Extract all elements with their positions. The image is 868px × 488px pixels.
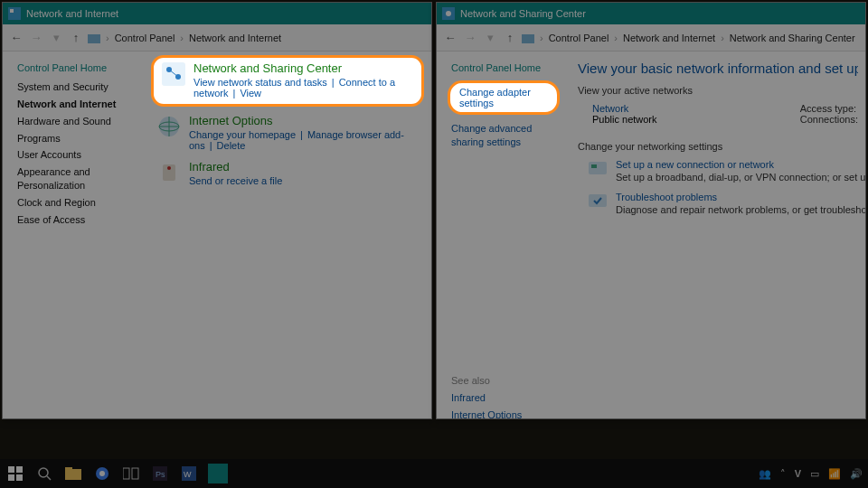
sidebar-head[interactable]: Control Panel Home [17, 62, 138, 73]
crumb-network-internet[interactable]: Network and Internet [623, 33, 715, 43]
window-title: Network and Sharing Center [460, 8, 586, 19]
taskbar: Ps W 👥 ˄ V ▭ 📶 🔊 [0, 459, 868, 488]
svg-rect-18 [8, 474, 14, 481]
recent-dropdown[interactable]: ▾ [482, 30, 498, 46]
page-heading: View your basic network information and … [578, 61, 858, 76]
explorer-icon[interactable] [63, 464, 83, 483]
svg-rect-14 [591, 164, 597, 168]
connections-label: Connections: [800, 114, 858, 125]
sidebar-item-advanced-sharing[interactable]: Change advanced sharing settings [451, 122, 560, 149]
toolbar-left: ← → ▾ ↑ › Control Panel › Network and In… [3, 24, 431, 52]
word-icon[interactable]: W [179, 464, 199, 483]
svg-rect-17 [16, 466, 23, 473]
up-button[interactable]: ↑ [502, 30, 518, 46]
sidebar-item-ease-access[interactable]: Ease of Access [17, 213, 138, 227]
link-troubleshoot[interactable]: Troubleshoot problems [616, 192, 865, 202]
sidebar-left: Control Panel Home System and Security N… [3, 52, 151, 418]
see-also-head: See also [451, 375, 560, 386]
svg-rect-22 [65, 467, 72, 470]
titlebar-right[interactable]: Network and Sharing Center [437, 3, 865, 24]
group-title[interactable]: Internet Options [189, 114, 424, 127]
crumb-control-panel[interactable]: Control Panel [115, 33, 175, 43]
photoshop-icon[interactable]: Ps [150, 464, 170, 483]
sidebar-item-system-security[interactable]: System and Security [17, 80, 138, 94]
svg-rect-12 [522, 34, 534, 43]
change-settings-head: Change your networking settings [578, 141, 858, 152]
desc-setup-connection: Set up a broadband, dial-up, or VPN conn… [616, 172, 865, 183]
svg-rect-19 [16, 474, 23, 481]
crumb-control-panel[interactable]: Control Panel [549, 33, 609, 43]
group-internet-options: Internet Options Change your homepage|Ma… [156, 114, 424, 151]
infrared-icon [156, 160, 182, 185]
svg-rect-25 [123, 468, 129, 479]
svg-rect-1 [10, 9, 14, 13]
crumb-sharing-center[interactable]: Network and Sharing Center [730, 33, 855, 43]
change-troubleshoot: Troubleshoot problems Diagnose and repai… [589, 192, 858, 215]
crumb-sep: › [178, 33, 185, 43]
svg-rect-31 [211, 466, 225, 481]
wifi-icon[interactable]: 📶 [828, 468, 841, 480]
sidebar-head[interactable]: Control Panel Home [451, 62, 560, 73]
chrome-icon[interactable] [92, 464, 112, 483]
tray-chevron-icon[interactable]: ˄ [780, 468, 786, 480]
network-type: Public network [592, 114, 657, 125]
highlight-change-adapter[interactable]: Change adapter settings [448, 80, 560, 115]
group-infrared: Infrared Send or receive a file [156, 160, 424, 186]
battery-icon[interactable]: ▭ [810, 468, 819, 480]
group-title[interactable]: Infrared [189, 160, 282, 174]
svg-text:W: W [184, 470, 192, 479]
taskview-icon[interactable] [121, 464, 141, 483]
titlebar-left[interactable]: Network and Internet [3, 3, 431, 24]
sidebar-item-programs[interactable]: Programs [17, 132, 138, 145]
control-panel-task-icon[interactable] [208, 464, 228, 483]
network-name[interactable]: Network [592, 103, 657, 114]
up-button[interactable]: ↑ [68, 30, 84, 46]
window-network-sharing-center: Network and Sharing Center ← → ▾ ↑ › Con… [436, 2, 866, 419]
svg-point-9 [167, 166, 171, 170]
link-delete[interactable]: Delete [217, 140, 246, 151]
back-button[interactable]: ← [442, 30, 458, 46]
troubleshoot-icon [589, 192, 607, 210]
volume-icon[interactable]: 🔊 [850, 468, 863, 480]
svg-point-20 [39, 468, 48, 477]
start-button[interactable] [5, 464, 25, 483]
tray-v-icon[interactable]: V [795, 468, 801, 479]
forward-button[interactable]: → [462, 30, 478, 46]
sidebar-item-clock-region[interactable]: Clock and Region [17, 196, 138, 210]
sidebar-right: Control Panel Home Change adapter settin… [437, 52, 572, 418]
group-title[interactable]: Network and Sharing Center [193, 61, 412, 75]
link-view[interactable]: View [240, 88, 261, 99]
sidebar-item-network-internet[interactable]: Network and Internet [17, 98, 138, 111]
recent-dropdown[interactable]: ▾ [48, 30, 64, 46]
folder-icon [522, 32, 534, 44]
sidebar-item-hardware-sound[interactable]: Hardware and Sound [17, 115, 138, 128]
network-sharing-icon [161, 61, 186, 87]
link-view-status[interactable]: View network status and tasks [193, 77, 327, 88]
network-center-icon [442, 7, 455, 20]
see-also-internet-options[interactable]: Internet Options [451, 408, 560, 418]
highlight-network-sharing: Network and Sharing Center View network … [151, 55, 424, 107]
access-type-label: Access type: [800, 103, 858, 114]
search-icon[interactable] [34, 464, 54, 483]
svg-point-11 [446, 11, 451, 16]
sidebar-item-appearance[interactable]: Appearance and Personalization [17, 165, 138, 192]
main-left: Network and Sharing Center View network … [151, 52, 431, 418]
svg-rect-26 [132, 468, 138, 479]
sidebar-item-user-accounts[interactable]: User Accounts [17, 148, 138, 162]
change-setup-connection: Set up a new connection or network Set u… [589, 159, 858, 183]
desc-troubleshoot: Diagnose and repair network problems, or… [616, 204, 865, 215]
people-icon[interactable]: 👥 [759, 468, 771, 480]
crumb-network-internet[interactable]: Network and Internet [189, 33, 281, 43]
link-setup-connection[interactable]: Set up a new connection or network [616, 159, 865, 170]
svg-text:Ps: Ps [156, 470, 165, 479]
svg-rect-2 [88, 34, 100, 43]
link-homepage[interactable]: Change your homepage [189, 129, 296, 140]
crumb-sep: › [104, 33, 111, 43]
back-button[interactable]: ← [8, 30, 24, 46]
forward-button[interactable]: → [28, 30, 44, 46]
svg-rect-3 [162, 62, 185, 86]
see-also-infrared[interactable]: Infrared [451, 391, 560, 405]
toolbar-right: ← → ▾ ↑ › Control Panel › Network and In… [437, 24, 865, 52]
internet-options-icon [156, 114, 182, 139]
link-send-file[interactable]: Send or receive a file [189, 175, 282, 186]
